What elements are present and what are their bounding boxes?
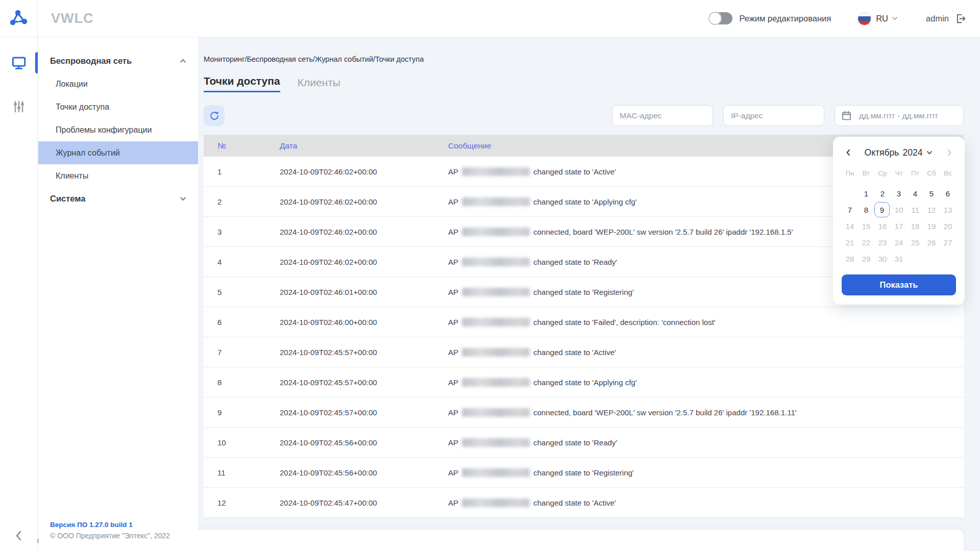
row-message-suffix: changed state to 'Active' [533,498,616,507]
row-date: 2024-10-09T02:45:57+00:00 [280,348,448,357]
table-row[interactable]: 11 2024-10-09T02:45:56+00:00 AP changed … [204,458,964,488]
calendar-day: 22 [858,235,874,250]
calendar-day-selected[interactable]: 9 [874,202,890,217]
calendar-day[interactable]: 4 [907,186,923,201]
rail-item-monitoring[interactable] [0,46,38,79]
calendar-day[interactable]: 6 [940,186,956,201]
calendar-weekdays: ПнВтСрЧтПтСбВс [842,166,956,180]
row-date: 2024-10-09T02:46:02+00:00 [280,167,448,176]
calendar-day: 17 [891,218,907,234]
rail-item-settings[interactable] [0,90,38,123]
row-message-suffix: changed state to 'Registering' [533,468,634,477]
sidebar-item-event-log[interactable]: Журнал событий [38,141,198,164]
mac-address-input[interactable] [612,105,713,126]
sidebar-item-clients[interactable]: Клиенты [38,164,198,187]
sidebar: Беспроводная сеть Локации Точки доступа … [38,37,198,551]
software-version-link[interactable]: Версия ПО 1.27.0 build 1 [50,520,198,531]
redacted-mac-address [462,438,530,447]
table-row[interactable]: 9 2024-10-09T02:45:57+00:00 AP connected… [204,397,964,428]
calendar-day[interactable]: 5 [923,186,940,201]
table-row[interactable]: 12 2024-10-09T02:45:47+00:00 AP changed … [204,488,964,518]
sidebar-item-config-problems[interactable]: Проблемы конфигурации [38,118,198,141]
row-message-suffix: changed state to 'Failed', description: … [533,318,716,327]
calendar-day: 15 [858,218,874,234]
sidebar-collapse-button[interactable] [14,530,24,542]
sidebar-section-wireless[interactable]: Беспроводная сеть [38,49,198,72]
sidebar-section-system[interactable]: Система [38,187,198,210]
sidebar-item-locations[interactable]: Локации [38,72,198,95]
calendar-day: 23 [874,235,891,250]
user-menu: admin [926,13,967,24]
app-logo[interactable] [0,0,38,37]
date-range-input[interactable] [859,111,956,120]
language-selector[interactable]: RU [857,12,898,26]
ip-address-input[interactable] [723,105,824,126]
weekday-label: Вс [940,166,956,180]
redacted-mac-address [462,348,530,357]
row-message: AP connected, board 'WEP-200L' sw versio… [448,408,964,417]
logo-icon [9,8,29,29]
row-number: 3 [217,228,280,236]
tab-clients[interactable]: Клиенты [298,77,340,92]
calendar-day[interactable]: 1 [858,186,874,201]
table-row[interactable]: 8 2024-10-09T02:45:57+00:00 AP changed s… [204,367,964,397]
table-row[interactable]: 6 2024-10-09T02:46:00+00:00 AP changed s… [204,307,964,337]
column-header-number[interactable]: № [217,141,280,151]
calendar-day [923,251,940,266]
refresh-button[interactable] [204,105,225,126]
calendar-day: 31 [891,251,907,266]
next-month-button[interactable] [943,146,956,159]
logout-icon[interactable] [955,13,967,24]
redacted-mac-address [462,408,530,417]
row-number: 9 [217,408,280,417]
row-message-suffix: changed state to 'Applying cfg' [533,378,637,387]
month-year-selector[interactable]: Октябрь 2024 [865,147,934,158]
tab-access-points[interactable]: Точки доступа [204,75,280,92]
calendar-day[interactable]: 7 [842,202,858,217]
row-date: 2024-10-09T02:45:56+00:00 [280,468,448,477]
refresh-icon [209,110,220,121]
prev-month-button[interactable] [842,146,855,159]
row-message-prefix: AP [448,378,458,387]
menu-item-label: Локации [56,80,88,89]
calendar-day[interactable]: 2 [874,186,891,201]
edit-mode-toggle[interactable] [709,12,732,24]
row-date: 2024-10-09T02:46:02+00:00 [280,197,448,206]
calendar-day: 20 [940,218,956,234]
show-button[interactable]: Показать [842,274,956,295]
row-message-prefix: AP [448,167,458,176]
row-message-suffix: changed state to 'Applying cfg' [533,197,637,206]
row-message-prefix: AP [448,498,458,507]
sidebar-item-access-points[interactable]: Точки доступа [38,95,198,118]
row-number: 6 [217,318,280,327]
column-header-date[interactable]: Дата [280,141,448,151]
calendar-day: 30 [874,251,891,266]
chevron-up-icon [179,57,187,65]
monitor-icon [11,55,27,70]
edit-mode-label: Режим редактирования [739,14,831,23]
calendar-days: 1234567891011121314151617181920212223242… [842,186,956,266]
row-message-suffix: changed state to 'Active' [533,167,616,176]
table-row[interactable]: 7 2024-10-09T02:45:57+00:00 AP changed s… [204,337,964,367]
table-row[interactable]: 10 2024-10-09T02:45:56+00:00 AP changed … [204,428,964,458]
chevron-right-icon [945,148,953,157]
date-picker-popup: Октябрь 2024 ПнВтСрЧтПтСбВс 123456789101… [833,137,965,305]
calendar-day[interactable]: 3 [891,186,907,201]
weekday-label: Чт [891,166,907,180]
row-message-prefix: AP [448,408,458,417]
redacted-mac-address [462,197,530,206]
row-number: 12 [217,498,280,507]
calendar-day[interactable]: 8 [858,202,874,217]
calendar-day: 10 [891,202,907,217]
row-number: 11 [217,468,280,477]
weekday-label: Пт [907,166,923,180]
date-range-field[interactable] [835,105,964,126]
redacted-mac-address [462,258,530,266]
calendar-day: 26 [923,235,940,250]
row-message-prefix: AP [448,468,458,477]
redacted-mac-address [462,318,530,327]
menu-item-label: Журнал событий [56,148,120,158]
redacted-mac-address [462,378,530,387]
row-number: 4 [217,258,280,266]
row-message-suffix: changed state to 'Registering' [533,288,634,296]
